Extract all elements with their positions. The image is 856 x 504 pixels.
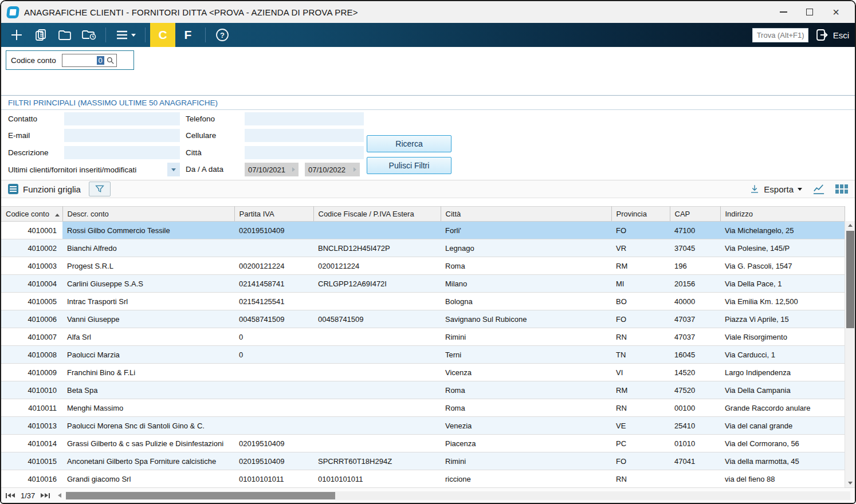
table-row[interactable]: 4010008Paolucci Marzia0TerniTN16045Via C… [1,346,845,364]
table-cell[interactable] [313,328,441,346]
column-header-cap[interactable]: CAP [670,207,720,222]
table-cell[interactable]: Legnago [441,239,611,257]
table-cell[interactable]: Grande Raccordo anulare [720,399,845,417]
spinner-arrow-icon[interactable] [354,167,356,172]
table-cell[interactable]: 00100 [670,399,720,417]
column-header-provincia[interactable]: Provincia [611,207,670,222]
table-cell[interactable]: 0200121224 [313,257,441,275]
vertical-scrollbar[interactable] [845,221,855,487]
table-cell[interactable] [234,239,313,257]
maximize-button[interactable] [796,3,823,21]
table-cell[interactable]: Bianchi Alfredo [62,239,234,257]
table-cell[interactable]: Via Della Pace, 1 [720,275,845,293]
table-cell[interactable]: SPCRRT60T18H294Z [313,452,441,470]
table-cell[interactable]: Via Polesine, 145/P [720,239,845,257]
ricerca-button[interactable]: Ricerca [367,135,451,152]
table-cell[interactable]: 47041 [670,452,720,470]
table-row[interactable]: 4010005Intrac Trasporti Srl02154125541Bo… [1,293,845,310]
account-code-input[interactable]: 0 [62,54,117,67]
table-cell[interactable]: Via Della Campania [720,381,845,399]
table-cell[interactable]: Roma [441,399,611,417]
telefono-input[interactable] [245,112,364,125]
table-cell[interactable]: 01010 [670,435,720,452]
table-cell[interactable]: 14520 [670,364,720,381]
table-cell[interactable]: PC [611,435,670,452]
table-cell[interactable]: 47037 [670,310,720,328]
scroll-down-button[interactable] [845,479,855,487]
table-cell[interactable]: 4010006 [1,310,62,328]
table-cell[interactable]: Roma [441,381,611,399]
table-row[interactable]: 4010016Grandi giacomo Srl010101010110101… [1,470,845,488]
table-cell[interactable] [313,435,441,452]
table-cell[interactable]: Beta Spa [62,381,234,399]
column-header-indirizzo[interactable]: Indirizzo [720,207,845,222]
table-cell[interactable]: Piacenza [441,435,611,452]
funzioni-griglia-button[interactable]: Funzioni griglia [8,184,81,194]
table-cell[interactable] [313,417,441,435]
table-cell[interactable]: 00458741509 [313,310,441,328]
table-cell[interactable]: 25410 [670,417,720,435]
table-cell[interactable]: FO [611,310,670,328]
find-input[interactable] [752,28,808,42]
filter-toggle-button[interactable] [89,182,111,196]
table-cell[interactable]: 4010016 [1,470,62,488]
clienti-toggle-button[interactable]: C [150,23,175,47]
table-cell[interactable]: BNCLRD12H45I472P [313,239,441,257]
fornitori-toggle-button[interactable]: F [175,23,201,47]
table-cell[interactable]: 0 [234,346,313,364]
table-cell[interactable]: Rimini [441,328,611,346]
table-cell[interactable]: Grandi giacomo Srl [62,470,234,488]
table-row[interactable]: 4010013Paolucci Morena Snc di Santoli Gi… [1,417,845,435]
table-cell[interactable]: Largo Indipendenza [720,364,845,381]
table-cell[interactable]: 02154125541 [234,293,313,310]
table-cell[interactable]: Savignano Sul Rubicone [441,310,611,328]
table-row[interactable]: 4010003Progest S.R.L00200121224020012122… [1,257,845,275]
table-cell[interactable]: RM [611,257,670,275]
table-cell[interactable]: Vanni Giuseppe [62,310,234,328]
table-cell[interactable]: RN [611,328,670,346]
exit-button[interactable]: Esci [815,28,849,42]
scroll-left-button[interactable] [58,493,61,498]
table-cell[interactable] [313,346,441,364]
recent-filter-dropdown[interactable]: Ultimi clienti/fornitori inseriti/modifi… [6,163,180,176]
table-cell[interactable]: 02019510409 [234,222,313,239]
table-cell[interactable]: MI [611,275,670,293]
spinner-arrow-icon[interactable] [292,167,295,172]
table-cell[interactable]: Via Emilia Km. 12,500 [720,293,845,310]
table-cell[interactable] [313,293,441,310]
close-button[interactable]: × [823,3,849,21]
table-row[interactable]: 4010001Rossi Gilbo Commercio Tessile0201… [1,222,845,239]
table-row[interactable]: 4010004Carlini Giuseppe S.A.S02141458741… [1,275,845,293]
table-cell[interactable]: Piazza Vi Aprile, 15 [720,310,845,328]
table-cell[interactable]: 4010002 [1,239,62,257]
table-cell[interactable]: 00458741509 [234,310,313,328]
table-cell[interactable]: VE [611,417,670,435]
table-cell[interactable] [234,417,313,435]
table-cell[interactable]: RN [611,470,670,488]
table-cell[interactable]: 196 [670,257,720,275]
date-to-input[interactable]: 07/10/2022 [305,163,360,176]
table-cell[interactable]: 20156 [670,275,720,293]
table-cell[interactable]: via del fieno 88 [720,470,845,488]
email-input[interactable] [64,129,180,142]
table-cell[interactable]: 4010008 [1,346,62,364]
table-cell[interactable] [234,381,313,399]
table-row[interactable]: 4010007Alfa Srl0RiminiRN47037Viale Risor… [1,328,845,346]
table-cell[interactable]: Rossi Gilbo Commercio Tessile [62,222,234,239]
table-cell[interactable]: Via Carducci, 1 [720,346,845,364]
table-cell[interactable]: Grassi Gilberto & c sas Pulizie e Disinf… [62,435,234,452]
table-cell[interactable]: Roma [441,257,611,275]
table-cell[interactable]: 4010009 [1,364,62,381]
table-row[interactable]: 4010015Anconetani Gilberto Spa Forniture… [1,452,845,470]
table-cell[interactable]: 4010014 [1,435,62,452]
column-header-codice-fiscale[interactable]: Codice Fiscale / P.IVA Estera [313,207,441,222]
table-cell[interactable]: 4010011 [1,399,62,417]
table-cell[interactable]: 01010101011 [313,470,441,488]
chart-view-button[interactable] [812,183,825,195]
table-cell[interactable]: 00200121224 [234,257,313,275]
horizontal-scrollbar-thumb[interactable] [66,492,335,499]
table-cell[interactable]: Menghi Massimo [62,399,234,417]
table-cell[interactable]: 02019510409 [234,452,313,470]
table-cell[interactable]: Paolucci Marzia [62,346,234,364]
descrizione-input[interactable] [64,146,180,159]
